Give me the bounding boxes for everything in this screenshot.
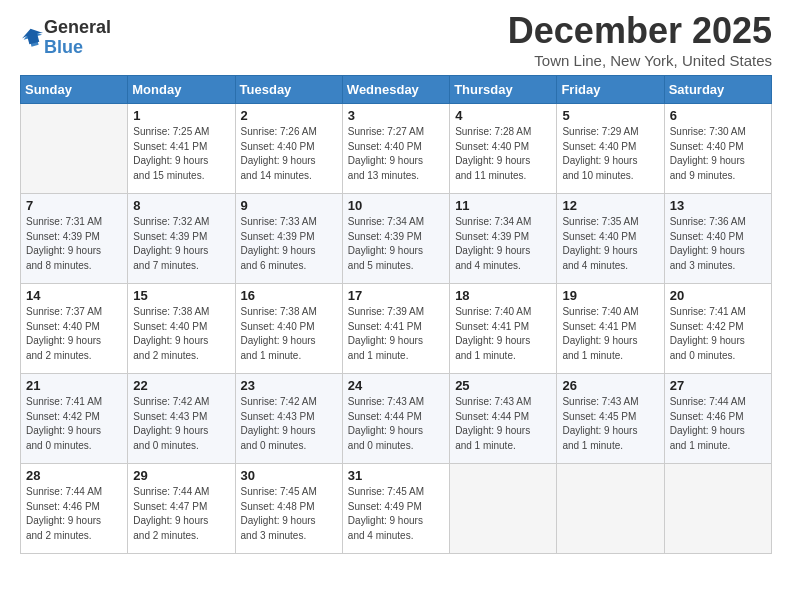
- logo-blue-text: Blue: [44, 37, 83, 57]
- calendar-week-row: 28Sunrise: 7:44 AMSunset: 4:46 PMDayligh…: [21, 464, 772, 554]
- calendar-cell: 30Sunrise: 7:45 AMSunset: 4:48 PMDayligh…: [235, 464, 342, 554]
- day-number: 10: [348, 198, 444, 213]
- day-info: Sunrise: 7:34 AMSunset: 4:39 PMDaylight:…: [348, 215, 444, 273]
- day-info: Sunrise: 7:31 AMSunset: 4:39 PMDaylight:…: [26, 215, 122, 273]
- calendar-cell: 9Sunrise: 7:33 AMSunset: 4:39 PMDaylight…: [235, 194, 342, 284]
- day-info: Sunrise: 7:44 AMSunset: 4:47 PMDaylight:…: [133, 485, 229, 543]
- calendar-cell: 16Sunrise: 7:38 AMSunset: 4:40 PMDayligh…: [235, 284, 342, 374]
- calendar-cell: 19Sunrise: 7:40 AMSunset: 4:41 PMDayligh…: [557, 284, 664, 374]
- day-info: Sunrise: 7:27 AMSunset: 4:40 PMDaylight:…: [348, 125, 444, 183]
- calendar-cell: 20Sunrise: 7:41 AMSunset: 4:42 PMDayligh…: [664, 284, 771, 374]
- day-info: Sunrise: 7:43 AMSunset: 4:45 PMDaylight:…: [562, 395, 658, 453]
- day-number: 20: [670, 288, 766, 303]
- day-number: 12: [562, 198, 658, 213]
- day-header-tuesday: Tuesday: [235, 76, 342, 104]
- calendar-cell: 25Sunrise: 7:43 AMSunset: 4:44 PMDayligh…: [450, 374, 557, 464]
- calendar-cell: [21, 104, 128, 194]
- calendar-table: SundayMondayTuesdayWednesdayThursdayFrid…: [20, 75, 772, 554]
- day-number: 4: [455, 108, 551, 123]
- day-number: 29: [133, 468, 229, 483]
- day-info: Sunrise: 7:35 AMSunset: 4:40 PMDaylight:…: [562, 215, 658, 273]
- day-info: Sunrise: 7:41 AMSunset: 4:42 PMDaylight:…: [26, 395, 122, 453]
- calendar-cell: 23Sunrise: 7:42 AMSunset: 4:43 PMDayligh…: [235, 374, 342, 464]
- day-number: 31: [348, 468, 444, 483]
- day-info: Sunrise: 7:26 AMSunset: 4:40 PMDaylight:…: [241, 125, 337, 183]
- calendar-cell: 8Sunrise: 7:32 AMSunset: 4:39 PMDaylight…: [128, 194, 235, 284]
- bird-icon: [22, 27, 44, 49]
- calendar-cell: 24Sunrise: 7:43 AMSunset: 4:44 PMDayligh…: [342, 374, 449, 464]
- day-info: Sunrise: 7:42 AMSunset: 4:43 PMDaylight:…: [133, 395, 229, 453]
- calendar-cell: 15Sunrise: 7:38 AMSunset: 4:40 PMDayligh…: [128, 284, 235, 374]
- day-info: Sunrise: 7:42 AMSunset: 4:43 PMDaylight:…: [241, 395, 337, 453]
- location-text: Town Line, New York, United States: [508, 52, 772, 69]
- day-header-saturday: Saturday: [664, 76, 771, 104]
- title-block: December 2025 Town Line, New York, Unite…: [508, 10, 772, 69]
- calendar-cell: [664, 464, 771, 554]
- day-number: 18: [455, 288, 551, 303]
- calendar-cell: 17Sunrise: 7:39 AMSunset: 4:41 PMDayligh…: [342, 284, 449, 374]
- calendar-cell: 12Sunrise: 7:35 AMSunset: 4:40 PMDayligh…: [557, 194, 664, 284]
- day-number: 17: [348, 288, 444, 303]
- calendar-cell: 31Sunrise: 7:45 AMSunset: 4:49 PMDayligh…: [342, 464, 449, 554]
- day-info: Sunrise: 7:38 AMSunset: 4:40 PMDaylight:…: [133, 305, 229, 363]
- day-number: 15: [133, 288, 229, 303]
- calendar-cell: 3Sunrise: 7:27 AMSunset: 4:40 PMDaylight…: [342, 104, 449, 194]
- day-header-monday: Monday: [128, 76, 235, 104]
- day-info: Sunrise: 7:40 AMSunset: 4:41 PMDaylight:…: [562, 305, 658, 363]
- calendar-cell: [450, 464, 557, 554]
- calendar-week-row: 7Sunrise: 7:31 AMSunset: 4:39 PMDaylight…: [21, 194, 772, 284]
- day-info: Sunrise: 7:39 AMSunset: 4:41 PMDaylight:…: [348, 305, 444, 363]
- calendar-cell: 18Sunrise: 7:40 AMSunset: 4:41 PMDayligh…: [450, 284, 557, 374]
- day-info: Sunrise: 7:29 AMSunset: 4:40 PMDaylight:…: [562, 125, 658, 183]
- day-number: 11: [455, 198, 551, 213]
- day-info: Sunrise: 7:33 AMSunset: 4:39 PMDaylight:…: [241, 215, 337, 273]
- calendar-cell: 26Sunrise: 7:43 AMSunset: 4:45 PMDayligh…: [557, 374, 664, 464]
- calendar-week-row: 1Sunrise: 7:25 AMSunset: 4:41 PMDaylight…: [21, 104, 772, 194]
- calendar-cell: 14Sunrise: 7:37 AMSunset: 4:40 PMDayligh…: [21, 284, 128, 374]
- calendar-cell: 10Sunrise: 7:34 AMSunset: 4:39 PMDayligh…: [342, 194, 449, 284]
- calendar-cell: 1Sunrise: 7:25 AMSunset: 4:41 PMDaylight…: [128, 104, 235, 194]
- day-number: 8: [133, 198, 229, 213]
- day-number: 25: [455, 378, 551, 393]
- day-info: Sunrise: 7:45 AMSunset: 4:48 PMDaylight:…: [241, 485, 337, 543]
- calendar-cell: 22Sunrise: 7:42 AMSunset: 4:43 PMDayligh…: [128, 374, 235, 464]
- day-number: 22: [133, 378, 229, 393]
- calendar-cell: 7Sunrise: 7:31 AMSunset: 4:39 PMDaylight…: [21, 194, 128, 284]
- day-number: 5: [562, 108, 658, 123]
- calendar-cell: [557, 464, 664, 554]
- calendar-header-row: SundayMondayTuesdayWednesdayThursdayFrid…: [21, 76, 772, 104]
- day-number: 23: [241, 378, 337, 393]
- calendar-cell: 6Sunrise: 7:30 AMSunset: 4:40 PMDaylight…: [664, 104, 771, 194]
- day-header-friday: Friday: [557, 76, 664, 104]
- day-info: Sunrise: 7:44 AMSunset: 4:46 PMDaylight:…: [26, 485, 122, 543]
- header: General Blue December 2025 Town Line, Ne…: [20, 10, 772, 69]
- day-info: Sunrise: 7:36 AMSunset: 4:40 PMDaylight:…: [670, 215, 766, 273]
- calendar-cell: 2Sunrise: 7:26 AMSunset: 4:40 PMDaylight…: [235, 104, 342, 194]
- day-header-sunday: Sunday: [21, 76, 128, 104]
- day-number: 24: [348, 378, 444, 393]
- day-header-wednesday: Wednesday: [342, 76, 449, 104]
- calendar-cell: 28Sunrise: 7:44 AMSunset: 4:46 PMDayligh…: [21, 464, 128, 554]
- day-number: 7: [26, 198, 122, 213]
- day-info: Sunrise: 7:41 AMSunset: 4:42 PMDaylight:…: [670, 305, 766, 363]
- day-info: Sunrise: 7:38 AMSunset: 4:40 PMDaylight:…: [241, 305, 337, 363]
- day-info: Sunrise: 7:34 AMSunset: 4:39 PMDaylight:…: [455, 215, 551, 273]
- calendar-cell: 11Sunrise: 7:34 AMSunset: 4:39 PMDayligh…: [450, 194, 557, 284]
- day-info: Sunrise: 7:45 AMSunset: 4:49 PMDaylight:…: [348, 485, 444, 543]
- day-number: 19: [562, 288, 658, 303]
- day-number: 16: [241, 288, 337, 303]
- calendar-cell: 13Sunrise: 7:36 AMSunset: 4:40 PMDayligh…: [664, 194, 771, 284]
- day-header-thursday: Thursday: [450, 76, 557, 104]
- day-info: Sunrise: 7:28 AMSunset: 4:40 PMDaylight:…: [455, 125, 551, 183]
- day-info: Sunrise: 7:32 AMSunset: 4:39 PMDaylight:…: [133, 215, 229, 273]
- day-number: 30: [241, 468, 337, 483]
- day-info: Sunrise: 7:43 AMSunset: 4:44 PMDaylight:…: [348, 395, 444, 453]
- day-number: 27: [670, 378, 766, 393]
- day-number: 28: [26, 468, 122, 483]
- day-number: 21: [26, 378, 122, 393]
- calendar-cell: 29Sunrise: 7:44 AMSunset: 4:47 PMDayligh…: [128, 464, 235, 554]
- calendar-body: 1Sunrise: 7:25 AMSunset: 4:41 PMDaylight…: [21, 104, 772, 554]
- calendar-cell: 27Sunrise: 7:44 AMSunset: 4:46 PMDayligh…: [664, 374, 771, 464]
- day-number: 6: [670, 108, 766, 123]
- calendar-cell: 21Sunrise: 7:41 AMSunset: 4:42 PMDayligh…: [21, 374, 128, 464]
